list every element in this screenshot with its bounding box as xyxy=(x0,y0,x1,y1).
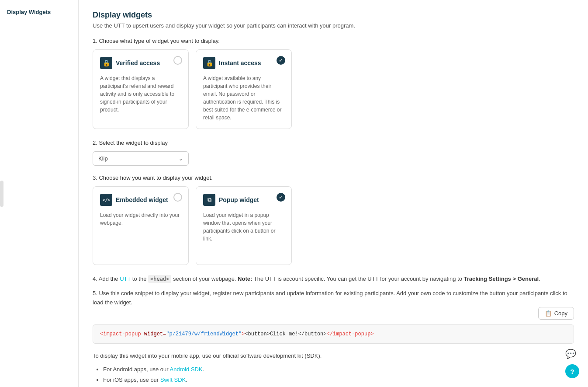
android-sdk-item: For Android apps, use our Android SDK. xyxy=(103,364,574,374)
verified-card-header: 🔒 Verified access xyxy=(100,57,181,69)
embedded-card-title: Embedded widget xyxy=(116,196,168,203)
step5-text: 5. Use this code snippet to display your… xyxy=(93,289,574,307)
instant-card-title: Instant access xyxy=(219,59,261,66)
instant-access-card[interactable]: 🔒 Instant access A widget available to a… xyxy=(196,49,292,129)
sdk-list: For Android apps, use our Android SDK. F… xyxy=(93,364,574,385)
radio-checked-popup xyxy=(277,193,285,202)
ios-sdk-item: For iOS apps, use our Swift SDK. xyxy=(103,375,574,385)
sidebar-title: Display Widgets xyxy=(7,9,71,15)
widget-dropdown[interactable]: Klip ⌄ xyxy=(93,151,189,166)
verified-access-card[interactable]: 🔒 Verified access A widget that displays… xyxy=(93,49,189,129)
help-button-label: ? xyxy=(570,368,574,375)
chat-bubble[interactable]: 💬 xyxy=(564,347,578,361)
copy-icon: 📋 xyxy=(545,310,552,317)
embedded-radio[interactable] xyxy=(173,193,182,202)
instant-radio[interactable] xyxy=(277,56,285,65)
closing-tag: </impact-popup> xyxy=(327,331,374,337)
copy-button[interactable]: 📋 Copy xyxy=(538,307,574,320)
page-title: Display widgets xyxy=(93,10,574,20)
attr-val: "p/21479/w/friendWidget" xyxy=(166,331,242,337)
sidebar: Display Widgets xyxy=(0,0,79,387)
step4-section: 4. Add the UTT to the <head> section of … xyxy=(93,275,574,284)
scroll-indicator xyxy=(0,181,3,207)
embedded-card-desc: Load your widget directly into your webp… xyxy=(100,211,181,227)
popup-icon: ⧉ xyxy=(203,194,215,206)
android-sdk-link[interactable]: Android SDK xyxy=(169,366,202,373)
radio-empty-embedded xyxy=(173,193,182,202)
ios-sdk-link[interactable]: Swift SDK xyxy=(160,377,186,383)
popup-card-desc: Load your widget in a popup window that … xyxy=(203,211,284,243)
embedded-card-header: </> Embedded widget xyxy=(100,194,181,206)
step1-label: 1. Choose what type of widget you want t… xyxy=(93,38,574,44)
display-type-cards: </> Embedded widget Load your widget dir… xyxy=(93,186,574,265)
dropdown-value: Klip xyxy=(98,155,108,162)
step3-label: 3. Choose how you want to display your w… xyxy=(93,174,574,181)
embedded-widget-card[interactable]: </> Embedded widget Load your widget dir… xyxy=(93,186,189,265)
copy-button-label: Copy xyxy=(554,310,567,317)
popup-card-header: ⧉ Popup widget xyxy=(203,194,284,206)
lock-icon: 🔒 xyxy=(100,57,112,69)
step5-section: 5. Use this code snippet to display your… xyxy=(93,289,574,307)
head-tag: <head> xyxy=(148,275,171,283)
popup-radio[interactable] xyxy=(277,193,285,202)
popup-card-title: Popup widget xyxy=(219,196,259,203)
tag-open: <impact-popup xyxy=(100,331,141,337)
radio-checked xyxy=(277,56,285,65)
instant-card-desc: A widget available to any participant wh… xyxy=(203,74,284,122)
widget-type-cards: 🔒 Verified access A widget that displays… xyxy=(93,49,574,129)
instant-card-header: 🔒 Instant access xyxy=(203,57,284,69)
sdk-section: To display this widget into your mobile … xyxy=(93,352,574,385)
code-icon: </> xyxy=(100,194,112,206)
chevron-down-icon: ⌄ xyxy=(179,156,183,162)
step2-label: 2. Select the widget to display xyxy=(93,139,574,146)
verified-card-title: Verified access xyxy=(116,59,160,66)
help-button[interactable]: ? xyxy=(565,364,579,378)
utt-link[interactable]: UTT xyxy=(120,275,131,282)
code-snippet-area: 📋 Copy <impact-popup widget="p/21479/w/f… xyxy=(93,324,574,344)
widget-dropdown-container: Klip ⌄ xyxy=(93,151,574,166)
lock-icon-instant: 🔒 xyxy=(203,57,215,69)
popup-widget-card[interactable]: ⧉ Popup widget Load your widget in a pop… xyxy=(196,186,292,265)
main-content: Display widgets Use the UTT to upsert us… xyxy=(79,0,588,387)
page-subtitle: Use the UTT to upsert users and display … xyxy=(93,22,574,29)
sdk-text: To display this widget into your mobile … xyxy=(93,352,574,361)
verified-radio[interactable] xyxy=(173,56,182,65)
button-tag: <button>Click me!</button> xyxy=(245,331,326,337)
step4-text: 4. Add the UTT to the <head> section of … xyxy=(93,275,574,284)
note-label: Note: xyxy=(238,275,252,282)
tracking-settings-label: Tracking Settings > General xyxy=(463,275,539,282)
code-block: <impact-popup widget="p/21479/w/friendWi… xyxy=(93,324,574,344)
verified-card-desc: A widget that displays a participant's r… xyxy=(100,74,181,114)
radio-empty xyxy=(173,56,182,65)
attr-name: widget= xyxy=(144,331,166,337)
